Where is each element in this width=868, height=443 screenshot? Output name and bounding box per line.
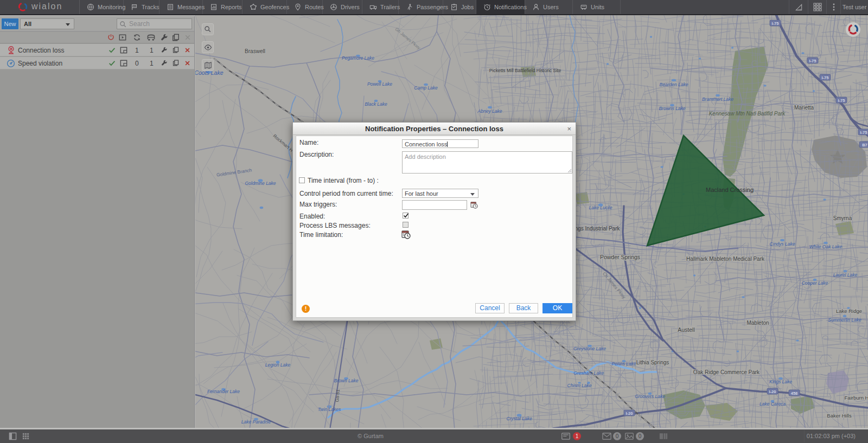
svg-text:I-75: I-75 bbox=[860, 130, 867, 135]
svg-text:Twin Lakes: Twin Lakes bbox=[318, 407, 341, 412]
svg-text:Powell Lake: Powell Lake bbox=[367, 81, 392, 87]
svg-text:Fernander Lake: Fernander Lake bbox=[207, 389, 240, 394]
svg-text:Brown Lake: Brown Lake bbox=[334, 378, 359, 383]
svg-text:Hallmark Mableton Medical Park: Hallmark Mableton Medical Park bbox=[686, 256, 765, 262]
svg-text:458: 458 bbox=[791, 391, 798, 396]
svg-text:I-20: I-20 bbox=[769, 389, 776, 394]
svg-text:Pegamore Lake: Pegamore Lake bbox=[342, 55, 374, 61]
svg-text:I-75: I-75 bbox=[838, 98, 845, 103]
svg-text:Marietta: Marietta bbox=[794, 105, 814, 111]
svg-text:Abney Lake: Abney Lake bbox=[477, 108, 502, 114]
svg-text:Kennesaw Mtn Natl Batlfld Park: Kennesaw Mtn Natl Batlfld Park bbox=[709, 111, 786, 117]
svg-text:Cindys Lake: Cindys Lake bbox=[770, 241, 795, 247]
svg-text:Lake Careca: Lake Careca bbox=[760, 401, 786, 407]
svg-text:Greystone Lake: Greystone Lake bbox=[573, 346, 606, 351]
svg-text:Goldmine Lake: Goldmine Lake bbox=[245, 181, 276, 186]
svg-text:Browns Lake: Browns Lake bbox=[659, 106, 685, 111]
svg-text:I-20: I-20 bbox=[626, 411, 633, 416]
svg-text:Gresham Lake: Gresham Lake bbox=[573, 370, 604, 376]
svg-text:Austell: Austell bbox=[678, 326, 695, 333]
svg-text:Fairburn H: Fairburn H bbox=[845, 395, 868, 401]
svg-text:I-75: I-75 bbox=[772, 21, 779, 26]
svg-text:Powder Springs: Powder Springs bbox=[600, 254, 640, 260]
svg-text:Lithia Springs: Lithia Springs bbox=[636, 359, 669, 365]
svg-text:Lake Ridge: Lake Ridge bbox=[836, 308, 862, 314]
svg-text:Camp Lake: Camp Lake bbox=[414, 85, 438, 91]
svg-text:Smyrna: Smyrna bbox=[833, 215, 852, 221]
svg-text:Groovers Lake: Groovers Lake bbox=[635, 394, 665, 399]
svg-text:Lake Lucile: Lake Lucile bbox=[589, 205, 612, 210]
svg-text:Lake Paradise: Lake Paradise bbox=[241, 419, 271, 425]
svg-text:Legion Lake: Legion Lake bbox=[265, 362, 291, 368]
svg-text:White Oak Lake: White Oak Lake bbox=[809, 244, 843, 249]
svg-text:Laurel Lake: Laurel Lake bbox=[833, 272, 858, 278]
svg-text:Bearden Lake: Bearden Lake bbox=[660, 82, 688, 87]
svg-text:Black Lake: Black Lake bbox=[365, 101, 387, 107]
svg-text:Mableton: Mableton bbox=[746, 320, 769, 326]
svg-text:Picketts Mill Battlefield Hist: Picketts Mill Battlefield Historic Site bbox=[489, 68, 561, 73]
svg-text:Cooper Lake: Cooper Lake bbox=[802, 280, 828, 286]
svg-text:ings Industrial Park: ings Industrial Park bbox=[573, 226, 620, 232]
svg-text:Kings Lake: Kings Lake bbox=[769, 379, 792, 384]
svg-text:Braswell: Braswell bbox=[245, 48, 265, 54]
svg-text:B7: B7 bbox=[862, 143, 867, 147]
svg-text:Oak Ridge Commerce Park: Oak Ridge Commerce Park bbox=[693, 369, 760, 375]
svg-text:Brammert Lake: Brammert Lake bbox=[702, 97, 733, 102]
svg-text:I-75: I-75 bbox=[809, 59, 816, 63]
svg-text:Crystal Lake: Crystal Lake bbox=[506, 416, 532, 421]
svg-text:Summerlin Lake: Summerlin Lake bbox=[828, 317, 861, 323]
svg-text:Penns Lake: Penns Lake bbox=[612, 361, 636, 367]
svg-text:Chism Lake: Chism Lake bbox=[567, 383, 592, 388]
svg-text:Macland Crossing: Macland Crossing bbox=[706, 187, 754, 193]
svg-text:Ga-61: Ga-61 bbox=[334, 389, 341, 402]
svg-text:I-75: I-75 bbox=[822, 75, 829, 80]
svg-text:Baker Hills: Baker Hills bbox=[827, 413, 852, 419]
